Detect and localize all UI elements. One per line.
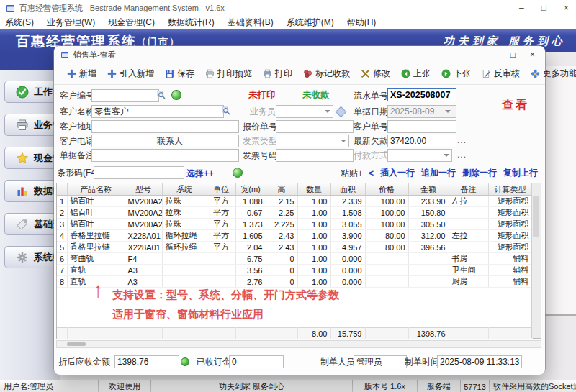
table-cell[interactable]: 1.605: [235, 230, 266, 242]
table-row[interactable]: 3铝百叶MV200A27拉珠平方1.3732.2251.003.055100.0…: [57, 219, 532, 230]
table-cell[interactable]: 2.43: [266, 242, 297, 253]
scrollbar-thumb[interactable]: [67, 342, 86, 346]
table-cell[interactable]: MV200A27: [125, 196, 162, 207]
barcode-input[interactable]: [94, 166, 184, 179]
insert-row-link[interactable]: 插入一行: [380, 167, 415, 179]
table-cell[interactable]: [408, 276, 449, 288]
table-cell[interactable]: 1.373: [235, 219, 266, 230]
table-cell[interactable]: 2.43: [266, 230, 297, 242]
prev-record-button[interactable]: 上张: [401, 68, 431, 80]
table-cell[interactable]: 150.80: [408, 207, 449, 219]
table-cell[interactable]: 3.56: [235, 265, 266, 276]
table-cell[interactable]: [449, 219, 488, 230]
globe-icon[interactable]: [171, 90, 181, 100]
quote-no-input[interactable]: [276, 120, 354, 133]
table-cell[interactable]: 香格里拉链: [67, 242, 125, 253]
payment-method-select[interactable]: [387, 149, 452, 162]
new-button[interactable]: 新增: [67, 68, 96, 80]
more-ellipsis-button[interactable]: ...: [457, 150, 467, 160]
table-row[interactable]: 8直轨A32.7601.000.000厨房辅料: [57, 276, 532, 288]
table-cell[interactable]: 80.00: [365, 230, 408, 242]
horizontal-scrollbar[interactable]: [56, 340, 541, 348]
globe-icon[interactable]: [233, 168, 243, 178]
table-cell[interactable]: 100.00: [365, 196, 408, 207]
print-preview-button[interactable]: 打印预览: [205, 68, 252, 80]
table-cell[interactable]: 书房: [449, 253, 488, 265]
table-cell[interactable]: 铝百叶: [67, 219, 125, 230]
more-functions-button[interactable]: 更多功能: [531, 68, 576, 80]
table-cell[interactable]: 1.00: [297, 265, 330, 276]
discounted-amount-input[interactable]: 1398.76: [114, 355, 179, 368]
table-cell[interactable]: 5: [57, 242, 67, 253]
menu-system[interactable]: 系统(S): [5, 17, 34, 29]
customer-addr-input[interactable]: [91, 120, 239, 133]
table-row[interactable]: 1铝百叶MV200A27拉珠平方1.0882.151.002.339100.00…: [57, 196, 532, 207]
table-row[interactable]: 4香格里拉链X228A01循环拉绳平方1.6052.431.003.90080.…: [57, 230, 532, 242]
table-cell[interactable]: [449, 207, 488, 219]
table-cell[interactable]: 左拉: [449, 230, 488, 242]
make-time-input[interactable]: 2025-08-09 11:33:13: [437, 355, 522, 368]
search-icon[interactable]: [222, 106, 231, 115]
paste-plus-link[interactable]: 粘贴+: [341, 168, 363, 180]
table-cell[interactable]: 0.67: [235, 207, 266, 219]
table-cell[interactable]: 矩形面积: [488, 242, 532, 253]
search-icon[interactable]: [157, 90, 166, 99]
table-cell[interactable]: 100.00: [365, 207, 408, 219]
table-cell[interactable]: 233.90: [408, 196, 449, 207]
menu-business[interactable]: 业务管理(W): [47, 17, 95, 29]
scrollbar-thumb[interactable]: [533, 196, 539, 237]
table-row[interactable]: 5香格里拉链X228A01循环拉绳平方2.042.431.004.95780.0…: [57, 242, 532, 253]
table-row[interactable]: 7直轨A33.5601.000.000卫生间辅料: [57, 265, 532, 276]
append-row-link[interactable]: 追加一行: [421, 167, 456, 179]
table-cell[interactable]: F4: [125, 253, 162, 265]
serial-no-input[interactable]: XS-202508007: [387, 88, 456, 101]
table-cell[interactable]: 0: [266, 276, 297, 288]
invoice-type-select[interactable]: [276, 135, 349, 147]
calendar-dropdown-icon[interactable]: [445, 110, 451, 113]
save-button[interactable]: 保存: [165, 68, 194, 80]
table-cell[interactable]: [365, 253, 408, 265]
customer-order-input[interactable]: [387, 120, 456, 133]
edit-button[interactable]: 修改: [361, 68, 390, 80]
table-cell[interactable]: 3.900: [330, 230, 365, 242]
table-cell[interactable]: A3: [125, 276, 162, 288]
next-record-button[interactable]: 下张: [441, 68, 471, 80]
table-cell[interactable]: [449, 242, 488, 253]
customer-name-input[interactable]: 零售客户: [91, 105, 224, 118]
table-cell[interactable]: [365, 265, 408, 276]
table-cell[interactable]: 2: [57, 207, 67, 219]
table-cell[interactable]: 2.25: [266, 207, 297, 219]
column-header[interactable]: 型号: [125, 183, 162, 196]
menu-help[interactable]: 帮助(H): [347, 17, 377, 29]
column-header[interactable]: 备注: [449, 183, 488, 196]
table-cell[interactable]: 平方: [207, 219, 235, 230]
table-cell[interactable]: 1.00: [297, 207, 330, 219]
table-row[interactable]: 6弯曲轨F46.7501.000.000书房辅料: [57, 253, 532, 265]
mark-payment-button[interactable]: 标记收款: [303, 68, 350, 80]
table-cell[interactable]: 0.000: [330, 253, 365, 265]
table-cell[interactable]: 80.00: [365, 242, 408, 253]
table-cell[interactable]: 1.00: [297, 230, 330, 242]
table-cell[interactable]: 1.088: [235, 196, 266, 207]
table-cell[interactable]: 0: [266, 253, 297, 265]
table-cell[interactable]: 1.00: [297, 219, 330, 230]
table-cell[interactable]: 100.00: [365, 219, 408, 230]
table-cell[interactable]: [365, 276, 408, 288]
doc-note-input[interactable]: [91, 149, 239, 162]
customer-no-input[interactable]: [91, 89, 159, 102]
collapse-arrow[interactable]: <: [369, 168, 374, 178]
maker-input[interactable]: 管理员: [354, 355, 407, 368]
table-cell[interactable]: 左拉: [449, 196, 488, 207]
dialog-maximize-icon[interactable]: □: [510, 46, 516, 63]
table-cell[interactable]: 拉珠: [162, 207, 207, 219]
table-cell[interactable]: [408, 253, 449, 265]
vertical-scrollbar[interactable]: [531, 183, 541, 338]
column-header[interactable]: 系统: [162, 183, 207, 196]
table-cell[interactable]: [162, 276, 207, 288]
menu-stats[interactable]: 数据统计(R): [168, 17, 215, 29]
column-header[interactable]: 产品名称: [67, 183, 125, 196]
deposit-input[interactable]: 0: [229, 355, 284, 368]
table-cell[interactable]: 矩形面积: [488, 207, 532, 219]
table-cell[interactable]: MV200A27: [125, 207, 162, 219]
table-cell[interactable]: 6.75: [235, 253, 266, 265]
